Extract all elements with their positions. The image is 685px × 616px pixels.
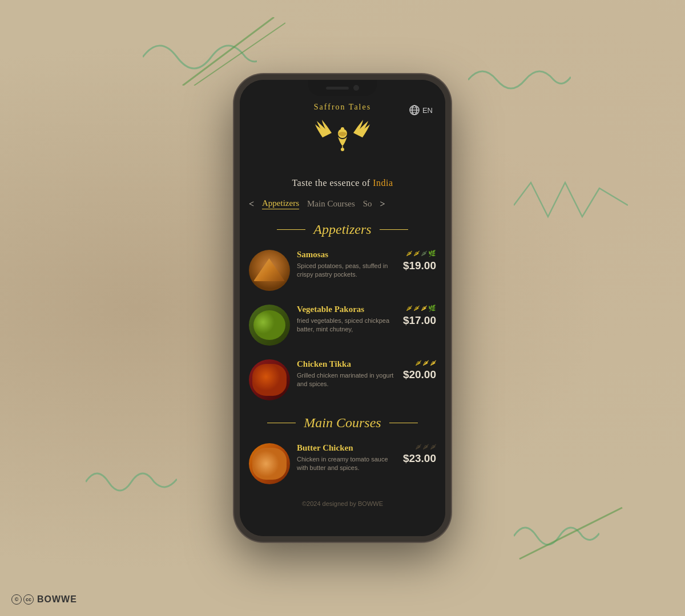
chili-1: 🌶 — [406, 250, 412, 257]
pakora-description: fried vegetables, spiced chickpea batter… — [297, 317, 396, 334]
power-button — [450, 183, 451, 217]
chili-2: 🌶 — [413, 305, 420, 312]
cc-icon: © — [11, 594, 22, 605]
pakora-name: Vegetable Pakoras — [297, 305, 396, 314]
volume-down-button — [234, 222, 235, 254]
samosa-pricing: 🌶 🌶 🌶 🌿 $19.00 — [403, 250, 436, 272]
samosa-name: Samosas — [297, 250, 396, 260]
section-line-right — [389, 423, 418, 424]
volume-up-button — [234, 185, 235, 217]
tagline-accent: India — [373, 178, 393, 188]
chili-3-dim: 🌶 — [430, 443, 436, 450]
tikka-spice: 🌶 🌶 🌶 — [403, 359, 436, 366]
nav-item-main-courses[interactable]: Main Courses — [307, 199, 355, 209]
menu-item-pakoras: Vegetable Pakoras fried vegetables, spic… — [240, 298, 445, 352]
chili-2: 🌶 — [422, 359, 429, 366]
leaf-icon: 🌿 — [428, 305, 436, 312]
menu-item-butter-chicken: Butter Chicken Chicken in creamy tomato … — [240, 436, 445, 491]
chili-1: 🌶 — [406, 305, 412, 312]
app-footer: ©2024 designed by BOWWE — [240, 491, 445, 524]
samosa-info: Samosas Spiced potatoes, peas, stuffed i… — [297, 250, 396, 279]
nav-prev-arrow[interactable]: < — [249, 199, 254, 209]
pakora-image — [249, 305, 290, 346]
appetizers-section-header: Appetizers — [240, 214, 445, 243]
pakora-price: $17.00 — [403, 314, 436, 327]
chili-1-dim: 🌶 — [415, 443, 421, 450]
mute-button — [234, 160, 235, 180]
tikka-image — [249, 359, 290, 400]
samosa-price: $19.00 — [403, 260, 436, 272]
butter-chicken-info: Butter Chicken Chicken in creamy tomato … — [297, 443, 396, 473]
main-courses-title: Main Courses — [304, 415, 381, 431]
tikka-name: Chicken Tikka — [297, 359, 396, 369]
phone-notch — [308, 80, 377, 96]
phone-device: EN Saffron Tales — [234, 74, 451, 542]
language-selector[interactable]: EN — [409, 105, 433, 115]
chili-3: 🌶 — [421, 305, 427, 312]
menu-item-tikka: Chicken Tikka Grilled chicken marinated … — [240, 352, 445, 407]
section-line-right — [380, 229, 408, 230]
butter-chicken-image — [249, 443, 290, 484]
chili-1: 🌶 — [415, 359, 421, 366]
chili-2: 🌶 — [413, 250, 420, 257]
main-courses-section-header: Main Courses — [240, 407, 445, 436]
language-label: EN — [422, 106, 433, 115]
appetizers-title: Appetizers — [313, 222, 371, 237]
bowwe-watermark: © cc BOWWE — [11, 594, 77, 605]
samosa-spice: 🌶 🌶 🌶 🌿 — [403, 250, 436, 257]
bowwe-label: BOWWE — [37, 594, 77, 605]
samosa-description: Spiced potatoes, peas, stuffed in crispy… — [297, 262, 396, 279]
section-line-left — [267, 423, 296, 424]
samosa-image — [249, 250, 290, 291]
section-line-left — [277, 229, 305, 230]
chili-3: 🌶 — [430, 359, 436, 366]
butter-chicken-spice: 🌶 🌶 🌶 — [403, 443, 436, 450]
svg-point-11 — [341, 127, 344, 131]
butter-chicken-pricing: 🌶 🌶 🌶 $23.00 — [403, 443, 436, 465]
phone-screen: EN Saffron Tales — [240, 80, 445, 536]
app-logo — [314, 117, 371, 157]
pakora-info: Vegetable Pakoras fried vegetables, spic… — [297, 305, 396, 334]
pakora-pricing: 🌶 🌶 🌶 🌿 $17.00 — [403, 305, 436, 327]
license-icon: cc — [23, 594, 34, 605]
leaf-icon: 🌿 — [428, 250, 436, 257]
tikka-price: $20.00 — [403, 368, 436, 381]
logo-container — [314, 117, 371, 160]
nav-item-so[interactable]: So — [363, 199, 372, 209]
category-nav: < Appetizers Main Courses So > — [240, 194, 445, 214]
svg-point-9 — [341, 148, 344, 151]
camera — [353, 85, 359, 91]
tagline: Taste the essence of India — [240, 172, 445, 194]
globe-icon — [409, 105, 420, 115]
tikka-pricing: 🌶 🌶 🌶 $20.00 — [403, 359, 436, 381]
app-title: Saffron Tales — [314, 103, 371, 112]
chili-3-dim: 🌶 — [421, 250, 427, 257]
svg-line-2 — [519, 508, 622, 559]
nav-item-appetizers[interactable]: Appetizers — [262, 198, 299, 209]
pakora-spice: 🌶 🌶 🌶 🌿 — [403, 305, 436, 312]
butter-chicken-name: Butter Chicken — [297, 443, 396, 453]
butter-chicken-description: Chicken in creamy tomato sauce with butt… — [297, 455, 396, 473]
speaker — [326, 87, 349, 90]
chili-2-dim: 🌶 — [422, 443, 429, 450]
butter-chicken-price: $23.00 — [403, 452, 436, 465]
tikka-description: Grilled chicken marinated in yogurt and … — [297, 371, 396, 389]
tikka-info: Chicken Tikka Grilled chicken marinated … — [297, 359, 396, 389]
tagline-prefix: Taste the essence of — [292, 178, 373, 188]
footer-text: ©2024 designed by BOWWE — [302, 500, 383, 507]
nav-next-arrow[interactable]: > — [380, 199, 385, 209]
menu-item-samosas: Samosas Spiced potatoes, peas, stuffed i… — [240, 243, 445, 298]
